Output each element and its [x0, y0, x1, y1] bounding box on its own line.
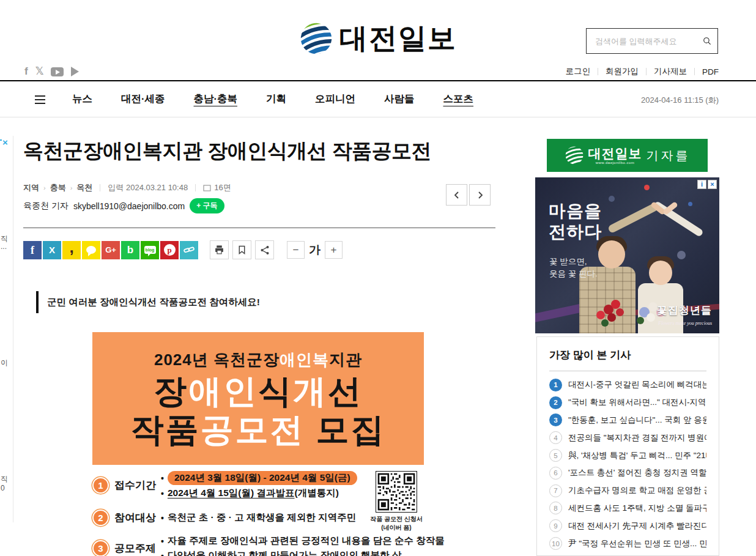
bokeh-dot	[688, 202, 692, 206]
bouquet-leaf	[637, 317, 644, 324]
nav-item-sports[interactable]: 스포츠	[443, 92, 474, 107]
search-input[interactable]	[595, 37, 703, 46]
youtube-icon[interactable]	[51, 67, 64, 76]
bokeh-dot	[609, 196, 615, 202]
adchoices-icon[interactable]	[0, 139, 2, 141]
left-ad-strip: × 직 ... 이 직 0	[0, 136, 13, 522]
banner-logo-text: 대전일보	[588, 147, 642, 160]
pinterest-circle-icon: p	[164, 244, 176, 256]
link-icon	[183, 245, 195, 256]
font-smaller-button[interactable]: −	[287, 241, 305, 259]
bokeh-dot	[677, 251, 686, 259]
pdf-link[interactable]: PDF	[702, 67, 719, 76]
qr-block: 작품 공모전 신청서 (네이버 폼)	[369, 471, 424, 532]
login-link[interactable]: 로그인	[566, 66, 591, 77]
rank-badge: 1	[549, 379, 562, 391]
bouquet-leaf	[601, 319, 609, 327]
share-row: f X , G+ b blog p	[23, 240, 343, 259]
ad-close-icon[interactable]: ×	[708, 180, 717, 189]
flower-shop-ad[interactable]: 마음을 전하다 꽃 받으면, 웃음 꽃 핀다. 꽃집청년들 Flowers ma…	[535, 177, 719, 333]
global-nav: 뉴스 대전·세종 충남·충북 기획 오피니언 사람들 스포츠 2024-04-1…	[0, 83, 756, 117]
detail-text: 자율 주제로 장애인식과 관련된 긍정적인 내용을 담은 순수 창작물	[161, 535, 445, 547]
author-email[interactable]: skybell1910@daejonilbo.com	[73, 201, 185, 211]
search-box	[586, 28, 718, 54]
daejonilbo-reporter-banner[interactable]: 대전일보 www.daejonilbo.com 기자를	[547, 139, 708, 172]
list-item[interactable]: 2"국비 확보 위해서라면..." 대전시-지역 국...	[549, 394, 706, 412]
ad-close-icon[interactable]: ×	[2, 137, 8, 147]
chevron-right-icon	[476, 191, 484, 199]
qr-code	[376, 471, 417, 513]
share-kakaotalk-button[interactable]	[82, 241, 100, 259]
adchoices-info-icon[interactable]: i	[697, 180, 706, 189]
globe-logo-icon	[565, 146, 584, 165]
next-article-button[interactable]	[469, 184, 491, 206]
nav-item-chungnam-chungbuk[interactable]: 충남·충북	[194, 92, 238, 107]
report-link[interactable]: 기사제보	[654, 66, 687, 77]
breadcrumb-chungbuk[interactable]: 충북	[50, 182, 66, 193]
author-name[interactable]: 육종천 기자	[23, 201, 69, 212]
share-facebook-button[interactable]: f	[23, 241, 42, 259]
prev-article-button[interactable]	[446, 184, 467, 206]
search-icon[interactable]	[703, 35, 711, 47]
site-logo[interactable]: 대전일보	[299, 20, 457, 57]
list-item[interactable]: 4전공의들 "복지차관 경질 전까지 병원에 ...	[549, 429, 706, 447]
rank-badge: 6	[549, 467, 562, 480]
page: f 𝕏 대전일보	[0, 0, 756, 556]
share-naverblog-button[interactable]: blog	[141, 241, 159, 259]
list-item[interactable]: 10尹 "국정 우선순위는 민생 또 민생... 민생...	[549, 535, 706, 552]
copy-url-button[interactable]	[180, 241, 198, 259]
nav-item-daejeon-sejong[interactable]: 대전·세종	[121, 92, 165, 107]
divider	[549, 371, 706, 371]
breadcrumb-okcheon[interactable]: 옥천	[76, 182, 92, 193]
list-item[interactable]: 5與, '채상병 특검' 두고 삐걱... 민주 "21대 ...	[549, 447, 706, 464]
rank-badge: 7	[549, 484, 562, 497]
result-date: 2024년 4월 15일(월) 결과발표	[168, 487, 295, 500]
bookmark-button[interactable]	[232, 240, 251, 259]
article-meta: 지역 › 충북 › 옥천 입력 2024.03.21 10:48 16면	[23, 182, 231, 193]
share-band-button[interactable]: b	[121, 241, 139, 259]
list-item[interactable]: 3"한동훈, 보고 싶습니다"... 국회 앞 응원 화...	[549, 412, 706, 429]
detail-label: 공모주제	[114, 541, 161, 555]
breadcrumb-region[interactable]: 지역	[23, 182, 39, 193]
detail-text: 다양성을 이해하고 함께 만들어가는 장애인의 행복한 삶	[161, 549, 445, 556]
subscribe-button[interactable]: + 구독	[190, 198, 224, 213]
list-item[interactable]: 6'포스트 총선' 젊어진 충청 정치권 역할론 ...	[549, 464, 706, 482]
list-item[interactable]: 9대전 전세사기 先구제 시계추 빨라진다	[549, 517, 706, 535]
list-item[interactable]: 8세컨드홈 사도 1주택, 지방 소멸 돌파구 될...	[549, 500, 706, 517]
banner-suffix-text: 기자를	[647, 147, 691, 164]
join-link[interactable]: 회원가입	[606, 66, 639, 77]
site-header: f 𝕏 대전일보	[0, 0, 756, 81]
globe-logo-icon	[299, 21, 333, 56]
naver-tv-icon[interactable]	[71, 67, 79, 76]
list-item[interactable]: 7기초수급자 명의로 학교 매점 운영한 공무...	[549, 482, 706, 500]
rank-badge: 10	[549, 537, 562, 550]
banner-url: www.daejonilbo.com	[588, 161, 642, 165]
chevron-right-icon: ›	[43, 184, 46, 191]
rank-badge: 9	[549, 519, 562, 532]
nav-item-planning[interactable]: 기획	[266, 92, 286, 107]
print-button[interactable]	[210, 240, 229, 259]
most-viewed-list: 1대전시-중구 엇갈린 목소리에 삐걱대는 '... 2"국비 확보 위해서라면…	[549, 376, 706, 552]
facebook-icon[interactable]: f	[24, 65, 28, 78]
figure-arm	[607, 202, 659, 234]
font-larger-button[interactable]: +	[325, 241, 343, 259]
share-x-button[interactable]: X	[43, 241, 61, 259]
share-button[interactable]	[255, 240, 274, 259]
poster-line-2: 장애인식개선	[154, 373, 363, 409]
article: 옥천군장애인복지관 장애인식개선 작품공모전 지역 › 충북 › 옥천 입력 2…	[23, 138, 495, 163]
ad-subtext: 꽃 받으면, 웃음 꽃 핀다.	[549, 256, 598, 281]
hamburger-menu-icon[interactable]	[35, 95, 45, 104]
x-icon[interactable]: 𝕏	[35, 65, 44, 78]
nav-item-people[interactable]: 사람들	[384, 92, 415, 107]
list-item[interactable]: 1대전시-중구 엇갈린 목소리에 삐걱대는 '...	[549, 376, 706, 394]
rank-badge: 2	[549, 396, 562, 409]
contest-poster-image: 2024년 옥천군장애인복지관 장애인식개선 작품공모전 모집	[92, 332, 424, 465]
figure-head	[649, 261, 672, 285]
share-googleplus-button[interactable]: G+	[102, 241, 120, 259]
nav-item-opinion[interactable]: 오피니언	[315, 92, 355, 107]
article-lead-quote: 군민 여러분 장애인식개선 작품공모전 참여하세요!	[36, 291, 260, 313]
share-kakaostory-button[interactable]: ,	[62, 241, 81, 259]
share-pinterest-button[interactable]: p	[160, 241, 179, 259]
nav-item-news[interactable]: 뉴스	[72, 92, 92, 107]
speech-bubble-icon	[86, 246, 96, 254]
